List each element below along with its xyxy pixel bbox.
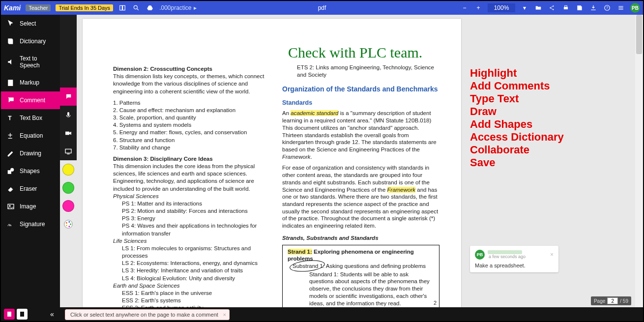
dim3-heading: Dimension 3: Disciplinary Core Ideas: [113, 156, 213, 162]
comment-voice-option[interactable]: [60, 106, 77, 124]
annot-item: Draw: [470, 105, 598, 118]
vertical-scrollbar[interactable]: [635, 15, 643, 307]
tool-comment[interactable]: Comment: [1, 91, 60, 109]
split-view-icon[interactable]: [118, 3, 127, 12]
annotation-heading: Check with PLC team.: [288, 44, 422, 61]
phys-2: PS 2: Motion and stability: Forces and i…: [122, 207, 270, 215]
tool-shapes[interactable]: Shapes: [1, 162, 60, 180]
sss-heading: Strands, Substrands and Standards: [282, 235, 379, 241]
standard1-text: Standard 1: Students will be able to ask…: [288, 271, 434, 307]
trial-badge[interactable]: Trial Ends In 35 Days: [56, 4, 113, 11]
tool-signature[interactable]: Signature: [1, 215, 60, 233]
breadcrumb[interactable]: .000practice ▸: [159, 4, 196, 11]
svg-point-2: [134, 5, 137, 9]
svg-point-33: [66, 222, 67, 223]
life-3: LS 3: Heredity: Inheritance and variatio…: [122, 267, 270, 274]
svg-text:?: ?: [606, 6, 608, 9]
tool-dictionary[interactable]: Dictionary: [1, 32, 60, 50]
earth-2: ESS 2: Earth's systems: [122, 297, 270, 304]
svg-line-8: [551, 6, 553, 7]
close-icon[interactable]: ×: [550, 251, 554, 258]
ets2-text: ETS 2: Links among Engineering, Technolo…: [282, 64, 439, 78]
annot-item: Add Comments: [470, 80, 598, 92]
color-picker-icon[interactable]: [60, 215, 77, 233]
dim2-heading: Dimension 2: Crosscutting Concepts: [113, 66, 212, 72]
color-swatch-yellow[interactable]: [60, 160, 77, 178]
comment-time: a few seconds ago: [489, 254, 526, 259]
dim2-list-6: 6. Structure and function: [113, 137, 270, 144]
svg-rect-11: [565, 5, 567, 7]
comment-video-option[interactable]: [60, 124, 77, 142]
zoom-input[interactable]: [488, 3, 515, 12]
dim2-list-5: 5. Energy and matter: flows, cycles, and…: [113, 129, 270, 136]
view-single-button[interactable]: [4, 309, 15, 320]
print-icon[interactable]: [561, 3, 570, 12]
page-number: 2: [434, 300, 437, 306]
tool-image[interactable]: Image: [1, 198, 60, 215]
save-icon[interactable]: [575, 3, 584, 12]
comment-author: [488, 250, 522, 254]
share-icon[interactable]: [548, 3, 556, 12]
tool-tts[interactable]: Text to Speech: [1, 50, 60, 74]
open-icon[interactable]: [534, 3, 543, 12]
tool-eraser[interactable]: Eraser: [1, 180, 60, 198]
collapse-sidebar-icon[interactable]: «: [50, 310, 54, 318]
dim2-list-7: 7. Stability and change: [113, 144, 270, 151]
svg-point-6: [553, 5, 554, 6]
color-swatch-green[interactable]: [60, 178, 77, 197]
color-swatch-pink[interactable]: [60, 197, 77, 215]
comment-card[interactable]: PB a few seconds ago × Make a spreadshee…: [470, 246, 558, 272]
svg-point-34: [68, 221, 70, 223]
svg-text:T: T: [8, 115, 12, 121]
zoom-dropdown-icon[interactable]: ▾: [520, 3, 529, 12]
tool-drawing[interactable]: Drawing: [1, 145, 60, 162]
svg-rect-28: [65, 131, 69, 135]
earth-1: ESS 1: Earth's place in the universe: [122, 290, 270, 297]
annot-item: Type Text: [470, 92, 598, 105]
tool-equation[interactable]: Equation: [1, 127, 60, 145]
comment-avatar: PB: [475, 250, 485, 260]
app-logo: Kami: [4, 4, 21, 12]
annot-item: Save: [470, 156, 598, 169]
document-canvas[interactable]: Check with PLC team. Dimension 2: Crossc…: [77, 15, 643, 307]
document-title: pdf: [318, 4, 326, 11]
drive-icon[interactable]: [146, 3, 154, 12]
standards-para2: For ease of organization and consistency…: [282, 164, 439, 229]
comment-screen-option[interactable]: [60, 142, 77, 160]
svg-rect-10: [564, 7, 568, 9]
zoom-out-icon[interactable]: −: [460, 3, 469, 12]
tool-select[interactable]: Select: [1, 15, 60, 32]
menu-icon[interactable]: [616, 3, 625, 12]
zoom-in-icon[interactable]: +: [474, 3, 483, 12]
close-icon[interactable]: ×: [223, 312, 226, 318]
tool-sidebar: Select Dictionary Text to Speech Markup …: [1, 15, 60, 307]
view-thumb-button[interactable]: [17, 309, 28, 320]
annot-item: Collaborate: [470, 144, 598, 156]
svg-point-37: [66, 225, 67, 226]
comment-text-option[interactable]: [60, 88, 77, 106]
pdf-page[interactable]: Check with PLC team. Dimension 2: Crossc…: [83, 19, 461, 307]
download-icon[interactable]: [589, 3, 598, 12]
svg-rect-25: [8, 204, 14, 208]
hint-toast: Click or select text anywhere on the pag…: [65, 309, 230, 320]
svg-line-9: [551, 8, 553, 9]
svg-rect-23: [8, 171, 11, 174]
svg-marker-4: [147, 5, 153, 10]
svg-rect-39: [20, 312, 24, 317]
find-icon[interactable]: [132, 3, 141, 12]
tool-markup[interactable]: Markup: [1, 74, 60, 91]
dim2-text: This dimension lists key concepts, or th…: [113, 73, 264, 94]
life-1: LS 1: From molecules to organisms: Struc…: [122, 245, 270, 260]
phys-1: PS 1: Matter and its interactions: [122, 200, 270, 207]
page-input[interactable]: [607, 297, 618, 304]
svg-rect-0: [120, 5, 122, 10]
tool-textbox[interactable]: TText Box: [1, 109, 60, 127]
tool-options-column: [60, 15, 77, 307]
page-indicator: Page / 59: [591, 296, 631, 305]
phys-heading: Physical Sciences: [113, 193, 159, 199]
help-icon[interactable]: ?: [603, 3, 612, 12]
user-avatar[interactable]: PB: [630, 3, 640, 13]
life-heading: Life Sciences: [113, 238, 146, 244]
svg-point-36: [68, 226, 70, 227]
standards-heading: Standards: [282, 99, 439, 107]
